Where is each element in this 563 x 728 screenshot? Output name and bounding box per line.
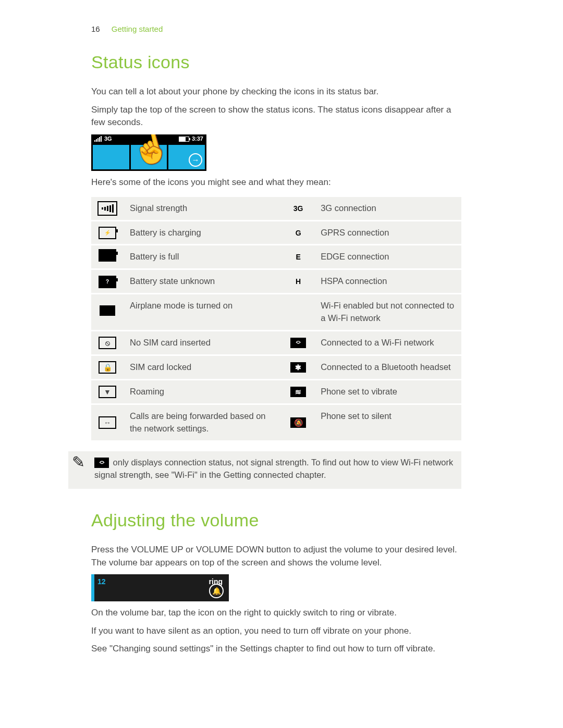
table-text-left: Calls are being forwarded based on the n… <box>124 405 282 440</box>
wifi-icon: ⌔ <box>94 458 109 468</box>
table-icon-right: H <box>282 270 314 293</box>
table-text-left: Airplane mode is turned on <box>124 294 282 330</box>
statusbar-3g-label: 3G <box>104 135 112 143</box>
table-row: Signal strength3G3G connection <box>91 197 461 220</box>
table-row: ⚡Battery is chargingGGPRS connection <box>91 221 461 244</box>
page-number: 16 <box>91 24 100 33</box>
table-icon-left <box>91 245 124 268</box>
page: 16 Getting started Status icons You can … <box>0 0 563 728</box>
table-text-left: SIM card locked <box>124 356 282 379</box>
table-text-right: Connected to a Wi-Fi network <box>314 331 461 354</box>
volume-title: Adjusting the volume <box>91 508 461 533</box>
table-row: Airplane mode is turned onWi-Fi enabled … <box>91 294 461 330</box>
status-icons-table: Signal strength3G3G connection⚡Battery i… <box>91 195 461 442</box>
table-icon-left: ⦸ <box>91 331 124 354</box>
volume-after-1: On the volume bar, tap the icon on the r… <box>91 607 461 620</box>
table-icon-right: ≋ <box>282 380 314 403</box>
table-icon-left: 🔒 <box>91 356 124 379</box>
pencil-note-icon: ✎ <box>68 452 88 472</box>
note-box: ✎ ⌔ only displays connection status, not… <box>68 451 461 489</box>
table-text-right: Wi-Fi enabled but not connected to a Wi-… <box>314 294 461 330</box>
table-text-right: HSPA connection <box>314 270 461 293</box>
table-row: 🔒SIM card locked✱Connected to a Bluetoot… <box>91 356 461 379</box>
statusbar-screenshot: 3G 3:37 ☝ → <box>91 134 206 171</box>
table-icon-left: ▼ <box>91 380 124 403</box>
table-text-left: No SIM card inserted <box>124 331 282 354</box>
statusbar-time: 3:37 <box>192 135 203 143</box>
table-text-right: 3G connection <box>314 197 461 220</box>
volume-after-2: If you want to have silent as an option,… <box>91 625 461 638</box>
status-icons-after-image: Here's some of the icons you might see a… <box>91 176 461 189</box>
table-icon-right <box>282 294 314 330</box>
table-row: Battery is fullEEDGE connection <box>91 245 461 268</box>
table-text-left: Signal strength <box>124 197 282 220</box>
volume-bar-screenshot: 12 ring 🔔 <box>91 574 229 601</box>
table-text-left: Battery is full <box>124 245 282 268</box>
table-text-right: Connected to a Bluetooth headset <box>314 356 461 379</box>
table-text-left: Battery state unknown <box>124 270 282 293</box>
status-icons-intro-1: You can tell a lot about your phone by c… <box>91 85 461 98</box>
table-row: ?Battery state unknownHHSPA connection <box>91 270 461 293</box>
table-text-right: Phone set to vibrate <box>314 380 461 403</box>
bell-icon: 🔔 <box>209 584 224 598</box>
table-icon-left: ⚡ <box>91 221 124 244</box>
table-row: ⦸No SIM card inserted⌔Connected to a Wi-… <box>91 331 461 354</box>
table-icon-left: ? <box>91 270 124 293</box>
table-row: ▼Roaming≋Phone set to vibrate <box>91 380 461 403</box>
volume-intro: Press the VOLUME UP or VOLUME DOWN butto… <box>91 544 461 569</box>
table-icon-right: ✱ <box>282 356 314 379</box>
table-icon-right: E <box>282 245 314 268</box>
page-section-label: Getting started <box>112 24 163 33</box>
battery-icon <box>179 137 189 142</box>
volume-after-3: See "Changing sound settings" in the Set… <box>91 643 461 656</box>
note-text: only displays connection status, not sig… <box>94 458 453 479</box>
page-header: 16 Getting started <box>91 23 461 35</box>
arrow-circle-icon: → <box>189 153 202 167</box>
table-icon-right: G <box>282 221 314 244</box>
status-icons-intro-2: Simply tap the top of the screen to show… <box>91 104 461 129</box>
table-icon-left: ↔ <box>91 405 124 440</box>
table-icon-left <box>91 197 124 220</box>
table-text-right: Phone set to silent <box>314 405 461 440</box>
table-text-left: Battery is charging <box>124 221 282 244</box>
table-text-right: EDGE connection <box>314 245 461 268</box>
table-icon-right: ⌔ <box>282 331 314 354</box>
signal-icon <box>94 136 102 142</box>
table-icon-left <box>91 294 124 330</box>
table-icon-right: 🔕 <box>282 405 314 440</box>
status-icons-title: Status icons <box>91 50 461 75</box>
table-icon-right: 3G <box>282 197 314 220</box>
volume-level: 12 <box>97 576 106 587</box>
table-text-right: GPRS connection <box>314 221 461 244</box>
table-row: ↔Calls are being forwarded based on the … <box>91 405 461 440</box>
table-text-left: Roaming <box>124 380 282 403</box>
